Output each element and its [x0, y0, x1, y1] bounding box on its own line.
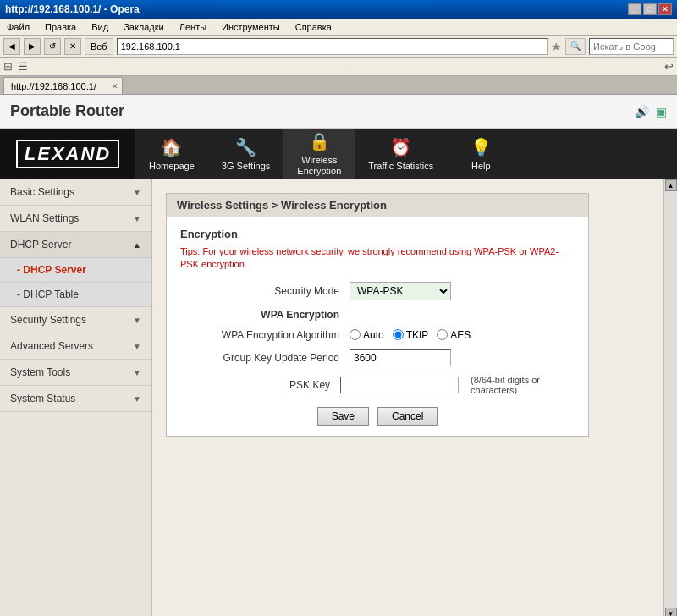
radio-tkip[interactable]	[393, 329, 404, 340]
basic-settings-arrow: ▼	[133, 188, 141, 197]
menu-view[interactable]: Вид	[88, 22, 112, 32]
window-titlebar: http://192.168.100.1/ - Opera _ □ ✕	[0, 0, 677, 19]
menu-help[interactable]: Справка	[292, 22, 335, 32]
address-input[interactable]	[117, 38, 548, 55]
wpa-algorithm-label: WPA Encryption Algorithm	[180, 329, 350, 341]
group-key-input[interactable]	[350, 349, 451, 366]
nav-bar: LEXAND 🏠 Homepage 🔧 3G Settings 🔒 Wirele…	[0, 129, 677, 179]
page-header: Portable Router 🔊 ▣	[0, 95, 677, 129]
toolbar-icon-1[interactable]: ⊞	[3, 60, 13, 73]
antenna-icon: 🔊	[635, 105, 649, 118]
stop-button[interactable]: ✕	[64, 38, 81, 55]
wlan-settings-label: WLAN Settings	[10, 212, 79, 224]
save-button[interactable]: Save	[317, 407, 369, 426]
security-mode-select[interactable]: WPA-PSK WPA2-PSK WEP None	[350, 282, 451, 300]
minimize-button[interactable]: _	[628, 3, 641, 15]
web-label: Веб	[85, 38, 113, 55]
sidebar-sub-dhcp-table[interactable]: - DHCP Table	[0, 283, 151, 307]
section-title: Encryption	[180, 228, 575, 240]
toolbar-icon-back[interactable]: ↩	[664, 60, 674, 73]
security-mode-label: Security Mode	[180, 285, 350, 297]
security-settings-arrow: ▼	[133, 316, 141, 325]
nav-logo: LEXAND	[0, 129, 135, 179]
help-label: Help	[471, 161, 491, 171]
group-key-value	[350, 349, 451, 366]
security-settings-label: Security Settings	[10, 314, 86, 326]
sidebar-item-basic-settings[interactable]: Basic Settings ▼	[0, 179, 151, 206]
advanced-servers-arrow: ▼	[133, 342, 141, 351]
menu-bookmarks[interactable]: Закладки	[120, 22, 168, 32]
close-button[interactable]: ✕	[658, 3, 672, 15]
maximize-button[interactable]: □	[643, 3, 657, 15]
homepage-label: Homepage	[149, 161, 195, 171]
system-tools-arrow: ▼	[133, 368, 141, 377]
search-input[interactable]	[589, 38, 674, 55]
button-row: Save Cancel	[180, 407, 575, 426]
psk-key-input[interactable]	[340, 377, 459, 393]
lexand-logo-text: LEXAND	[16, 140, 119, 168]
radio-auto[interactable]	[350, 329, 361, 340]
security-mode-row: Security Mode WPA-PSK WPA2-PSK WEP None	[180, 282, 575, 300]
sidebar-item-system-tools[interactable]: System Tools ▼	[0, 360, 151, 386]
settings-box: Wireless Settings > Wireless Encryption …	[166, 193, 589, 437]
menu-file[interactable]: Файл	[3, 22, 33, 32]
scroll-down-button[interactable]: ▼	[665, 608, 677, 616]
back-button[interactable]: ◀	[3, 38, 20, 55]
basic-settings-label: Basic Settings	[10, 186, 74, 198]
page-logo: Portable Router	[10, 102, 124, 120]
dhcp-server-sub-label: - DHCP Server	[17, 264, 86, 276]
nav-item-traffic[interactable]: ⏰ Traffic Statistics	[355, 129, 447, 179]
browser-tab[interactable]: http://192.168.100.1/ ✕	[3, 77, 123, 94]
sidebar-item-system-status[interactable]: System Status ▼	[0, 386, 151, 412]
nav-item-3g[interactable]: 🔧 3G Settings	[208, 129, 283, 179]
tab-close-icon[interactable]: ✕	[112, 82, 118, 91]
menu-edit[interactable]: Правка	[41, 22, 80, 32]
tab-label: http://192.168.100.1/	[11, 81, 96, 91]
sidebar-item-dhcp-server[interactable]: DHCP Server ▲	[0, 232, 151, 258]
toolbar-row: ⊞ ☰ ... ↩	[0, 58, 677, 76]
wpa-algorithm-options: Auto TKIP AES	[350, 329, 471, 341]
sidebar-sub-dhcp-server[interactable]: - DHCP Server	[0, 258, 151, 283]
traffic-label: Traffic Statistics	[368, 161, 433, 171]
window-title: http://192.168.100.1/ - Opera	[5, 3, 628, 15]
wpa-section-label: WPA Encryption	[180, 309, 350, 321]
wireless-label: WirelessEncryption	[297, 155, 341, 177]
wireless-icon: 🔒	[309, 131, 330, 151]
forward-button[interactable]: ▶	[24, 38, 41, 55]
dhcp-server-arrow: ▲	[133, 240, 141, 250]
3g-icon: 🔧	[235, 137, 256, 157]
scrollbar-right[interactable]: ▲ ▼	[663, 179, 677, 616]
radio-aes-label[interactable]: AES	[437, 329, 471, 341]
content-area: Basic Settings ▼ WLAN Settings ▼ DHCP Se…	[0, 179, 677, 616]
header-icons: 🔊 ▣	[635, 105, 667, 118]
radio-auto-label[interactable]: Auto	[350, 329, 384, 341]
sidebar-item-security-settings[interactable]: Security Settings ▼	[0, 307, 151, 333]
settings-content: Encryption Tips: For your wireless netwo…	[167, 217, 588, 436]
window-controls[interactable]: _ □ ✕	[628, 3, 672, 15]
menu-tools[interactable]: Инструменты	[218, 22, 283, 32]
system-status-arrow: ▼	[133, 394, 141, 404]
bookmark-star[interactable]: ★	[551, 40, 562, 53]
cancel-button[interactable]: Cancel	[377, 407, 438, 426]
traffic-icon: ⏰	[390, 137, 411, 157]
menu-bar: Файл Правка Вид Закладки Ленты Инструмен…	[0, 19, 677, 36]
homepage-icon: 🏠	[161, 137, 182, 157]
wpa-algorithm-row: WPA Encryption Algorithm Auto TKIP AES	[180, 329, 575, 341]
sidebar-item-wlan-settings[interactable]: WLAN Settings ▼	[0, 206, 151, 232]
tab-bar: http://192.168.100.1/ ✕	[0, 76, 677, 95]
radio-tkip-label[interactable]: TKIP	[393, 329, 429, 341]
reload-button[interactable]: ↺	[44, 38, 61, 55]
menu-feeds[interactable]: Ленты	[176, 22, 210, 32]
security-mode-value: WPA-PSK WPA2-PSK WEP None	[350, 282, 451, 300]
sidebar-item-advanced-servers[interactable]: Advanced Servers ▼	[0, 333, 151, 360]
scroll-up-button[interactable]: ▲	[665, 179, 677, 191]
nav-item-homepage[interactable]: 🏠 Homepage	[135, 129, 208, 179]
toolbar-icon-2[interactable]: ☰	[18, 60, 28, 73]
nav-item-wireless[interactable]: 🔒 WirelessEncryption	[283, 129, 355, 179]
breadcrumb: Wireless Settings > Wireless Encryption	[167, 194, 588, 217]
system-status-label: System Status	[10, 393, 75, 404]
radio-aes[interactable]	[437, 329, 448, 340]
nav-item-help[interactable]: 💡 Help	[447, 129, 515, 179]
psk-key-row: PSK Key (8/64-bit digits or characters)	[180, 375, 575, 395]
browser-area: Portable Router 🔊 ▣ LEXAND 🏠 Homepage 🔧 …	[0, 95, 677, 616]
